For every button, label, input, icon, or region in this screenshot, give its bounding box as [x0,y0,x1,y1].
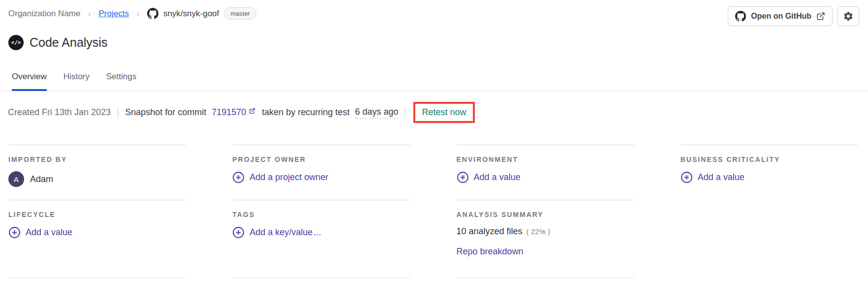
field-analysis-summary: ANALYSIS SUMMARY 10 analyzed files ( 22%… [457,200,634,277]
branch-badge: master [224,7,256,20]
bottom-divider [8,277,186,288]
field-label: ANALYSIS SUMMARY [457,211,634,218]
add-business-criticality-label: Add a value [698,172,744,183]
breadcrumb-projects-link[interactable]: Projects [98,9,128,19]
avatar: A [8,171,24,187]
plus-circle-icon [232,171,245,184]
tab-bar: Overview History Settings [0,68,868,91]
chevron-right-icon: › [87,9,92,18]
open-on-github-label: Open on GitHub [751,12,811,21]
code-icon: </> [8,35,24,50]
divider [118,107,118,118]
breadcrumb: Organization Name › Projects › snyk/snyk… [8,6,256,20]
field-label: PROJECT OWNER [232,155,410,163]
field-label: BUSINESS CRITICALITY [681,155,858,163]
header: Organization Name › Projects › snyk/snyk… [0,0,868,26]
time-ago: 6 days ago [355,107,398,119]
plus-circle-icon [457,171,469,184]
open-on-github-button[interactable]: Open on GitHub [728,6,833,26]
page-title: Code Analysis [30,35,107,50]
breadcrumb-repo: snyk/snyk-goof master [147,7,256,20]
field-label: IMPORTED BY [8,155,186,163]
add-lifecycle-button[interactable]: Add a value [8,226,186,239]
snapshot-meta-row: Created Fri 13th Jan 2023 Snapshot for c… [8,102,868,123]
plus-circle-icon [232,226,245,239]
github-icon [735,11,746,22]
field-business-criticality: BUSINESS CRITICALITY Add a value [681,145,858,200]
chevron-right-icon: › [136,9,140,18]
field-tags: TAGS Add a key/value… [232,200,410,277]
snapshot-info: Snapshot for commit 7191570 taken by rec… [125,107,398,119]
plus-circle-icon [681,171,693,184]
external-link-icon [249,108,255,114]
gear-icon [843,11,854,22]
tab-overview[interactable]: Overview [12,68,47,91]
bottom-divider [457,277,634,288]
tab-history[interactable]: History [63,68,90,91]
empty-cell [681,200,858,277]
add-tag-label: Add a key/value… [249,227,321,238]
add-business-criticality-button[interactable]: Add a value [681,171,858,184]
field-project-owner: PROJECT OWNER Add a project owner [232,145,410,200]
header-actions: Open on GitHub [728,6,859,26]
created-date: Created Fri 13th Jan 2023 [8,107,111,118]
field-environment: ENVIRONMENT Add a value [457,145,634,200]
snapshot-prefix: Snapshot for commit [125,107,209,118]
external-link-icon [816,12,825,21]
field-label: ENVIRONMENT [457,155,634,163]
breadcrumb-repo-name: snyk/snyk-goof [163,9,219,19]
repo-breakdown-link[interactable]: Repo breakdown [457,246,524,257]
add-environment-button[interactable]: Add a value [457,171,634,184]
field-label: TAGS [232,211,410,218]
empty-cell [681,277,858,288]
field-lifecycle: LIFECYCLE Add a value [8,200,186,277]
imported-by-name: Adam [30,174,53,185]
add-tag-button[interactable]: Add a key/value… [232,226,410,239]
analyzed-files-count: 10 analyzed files [457,226,523,237]
commit-link[interactable]: 7191570 [212,107,246,118]
add-environment-label: Add a value [474,172,521,183]
tab-settings[interactable]: Settings [106,68,136,91]
field-label: LIFECYCLE [8,211,186,218]
snapshot-middle: taken by recurring test [259,107,352,118]
annotation-highlight-box: Retest now [413,102,474,123]
project-attributes-grid: IMPORTED BY A Adam PROJECT OWNER Add a p… [8,145,858,288]
github-icon [147,8,158,19]
page-title-row: </> Code Analysis [0,26,868,50]
analyzed-files-percent: ( 22% ) [527,227,550,236]
add-project-owner-label: Add a project owner [249,172,328,183]
add-project-owner-button[interactable]: Add a project owner [232,171,410,184]
plus-circle-icon [8,226,21,239]
field-imported-by: IMPORTED BY A Adam [8,145,186,200]
retest-now-link[interactable]: Retest now [422,107,466,117]
breadcrumb-org: Organization Name [8,9,80,19]
bottom-divider [232,277,410,288]
project-settings-button[interactable] [837,6,859,26]
divider [405,107,405,118]
add-lifecycle-label: Add a value [26,227,72,238]
